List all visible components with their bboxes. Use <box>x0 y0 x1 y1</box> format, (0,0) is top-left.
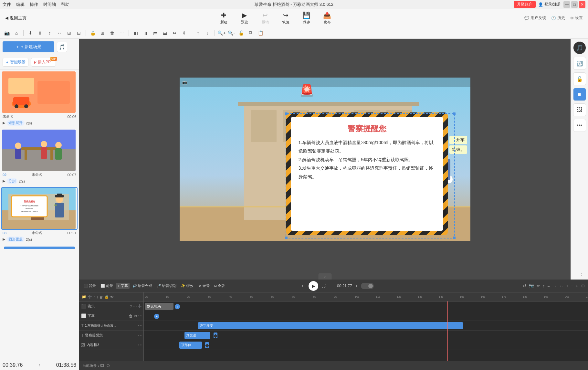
distribute-v-icon[interactable]: ⊞ <box>65 29 73 37</box>
clip-image[interactable]: 顶部伸 <box>179 342 202 349</box>
tl-stt-tab[interactable]: 🎤 语音识别 <box>155 283 178 289</box>
scene-thumb-3[interactable]: 警察提醒您 1.车辆驾驶人员血液中酒精含量 ≥80mg/100ml 2.醉酒驾驶… <box>1 187 78 230</box>
track-dot-2[interactable]: • <box>135 304 137 308</box>
login-button[interactable]: 👤 登录/注册 <box>538 2 561 7</box>
track-add[interactable]: ➕ <box>138 304 142 308</box>
feedback-button[interactable]: 💬 用户反馈 <box>524 15 546 21</box>
timeline-collapse-button[interactable]: ⌄ <box>318 273 331 280</box>
scene-canvas[interactable]: 🚨 警察提醒您 1.车辆驾驶人员血液中酒精含量≥80mg/100ml，即为醉酒驾… <box>180 78 470 241</box>
new-button[interactable]: ✚ 新建 <box>217 11 231 25</box>
delete-icon[interactable]: 🗑 <box>108 29 116 37</box>
clip-text2[interactable]: 渐变进 <box>184 332 210 339</box>
redo-button[interactable]: ↪ 恢复 <box>279 11 293 25</box>
upgrade-button[interactable]: 升级账户 <box>514 1 536 8</box>
align-center-h-icon[interactable]: ↔ <box>55 29 64 37</box>
paste-icon[interactable]: 📋 <box>256 29 265 37</box>
home-icon[interactable]: ⌂ <box>12 29 21 37</box>
track-dot-1[interactable]: • <box>133 304 135 308</box>
back-home-button[interactable]: ◀ 返回主页 <box>5 15 26 21</box>
history-button[interactable]: 🕐 历史 <box>551 15 565 21</box>
toggle-switch[interactable] <box>361 283 374 289</box>
maximize-button[interactable]: □ <box>571 1 578 8</box>
track-help-icon[interactable]: ? <box>130 304 132 309</box>
tl-tts-tab[interactable]: 🔊 语音合成 <box>131 283 154 289</box>
right-panel-image-btn[interactable]: 🖼 <box>573 103 586 116</box>
align-bottom-icon[interactable]: ⬇ <box>26 29 35 37</box>
backward-icon[interactable]: ↔ <box>559 283 564 289</box>
playhead[interactable] <box>447 301 448 361</box>
tl-overlay-tab[interactable]: ⧉ 叠版 <box>213 283 226 289</box>
list-icon[interactable]: ≡ <box>547 283 551 289</box>
zoom-plus-button[interactable]: + <box>355 283 359 289</box>
snapshot-icon[interactable]: 📷 <box>528 283 535 289</box>
fullscreen-play-button[interactable]: ⛶ <box>321 283 326 289</box>
right-panel-music-btn[interactable]: 🎵 <box>573 41 586 54</box>
clip-text1[interactable]: 逐字渐变 <box>198 322 463 329</box>
tl-fg-tab[interactable]: ⬜ 前景 <box>99 283 115 289</box>
menu-operate[interactable]: 操作 <box>30 2 38 7</box>
valign-bottom-icon[interactable]: ⬓ <box>161 29 169 37</box>
right-panel-lock-btn[interactable]: 🔓 <box>573 72 586 85</box>
tl-settings[interactable]: ○ <box>575 283 579 289</box>
t2-dot-2[interactable]: • <box>140 333 142 337</box>
settings-button[interactable]: ⚙ 设置 <box>570 15 583 21</box>
copy-icon[interactable]: ⧉ <box>247 29 255 37</box>
align-left-icon[interactable]: ◧ <box>131 29 140 37</box>
track-copy-icon[interactable]: ⧉ <box>134 314 137 318</box>
tl-zoom-out[interactable]: − <box>571 283 574 289</box>
align-center-v-icon[interactable]: ↕ <box>46 29 54 37</box>
img-dot-2[interactable]: • <box>140 343 142 347</box>
sub-dot-1[interactable]: • <box>138 314 140 318</box>
tl-add[interactable]: ⊕ <box>581 283 585 289</box>
lock2-icon[interactable]: 🔓 <box>237 29 245 37</box>
zoom-minus-button[interactable]: — <box>329 283 334 289</box>
right-panel-more-btn[interactable]: ••• <box>573 119 586 132</box>
loop-icon[interactable]: ↺ <box>522 283 527 289</box>
up-icon[interactable]: ↑ <box>542 283 546 289</box>
menu-timeline[interactable]: 时间轴 <box>43 2 56 7</box>
new-scene-button[interactable]: ＋ + 新建场景 <box>3 41 54 52</box>
camera-icon[interactable]: 📷 <box>3 29 11 37</box>
sub-dot-2[interactable]: • <box>140 314 142 318</box>
music-button[interactable]: 🎵 <box>57 42 67 52</box>
t1-dot-1[interactable]: • <box>138 324 140 327</box>
clip-add-marker[interactable]: + <box>175 304 180 309</box>
tl-zoom-in[interactable]: + <box>565 283 569 289</box>
img-dot-1[interactable]: • <box>138 343 140 347</box>
group-icon[interactable]: ⊞ <box>98 29 107 37</box>
play-button[interactable]: ▶ <box>309 281 318 291</box>
align-top-icon[interactable]: ⬆ <box>36 29 44 37</box>
subtitle-add-marker[interactable]: + <box>154 314 159 319</box>
preview-button[interactable]: ▶ 预览 <box>237 11 252 25</box>
align-right-icon[interactable]: ◨ <box>141 29 150 37</box>
save-button[interactable]: 💾 保存 <box>299 11 314 25</box>
menu-edit[interactable]: 编辑 <box>16 2 25 7</box>
close-button[interactable]: ✕ <box>579 1 585 8</box>
scene-thumb-2[interactable] <box>1 129 78 172</box>
zoom-in-icon[interactable]: 🔍+ <box>217 29 226 37</box>
minimize-button[interactable]: — <box>563 1 570 8</box>
forward-icon[interactable]: ↔ <box>552 283 557 289</box>
move-up-icon[interactable]: ↑ <box>194 29 202 37</box>
tl-bg-tab[interactable]: ⬛ 背景 <box>82 283 98 289</box>
t2-dot-1[interactable]: • <box>138 333 140 337</box>
menu-help[interactable]: 帮助 <box>61 2 69 7</box>
t1-dot-2[interactable]: • <box>140 324 142 327</box>
fullscreen-icon[interactable]: ⛶ <box>578 272 582 277</box>
move-down-icon[interactable]: ↓ <box>204 29 212 37</box>
tl-subtitle-tab[interactable]: T 字幕 <box>116 283 130 289</box>
flip-v-icon[interactable]: ⇕ <box>180 29 188 37</box>
flip-h-icon[interactable]: ⇔ <box>170 29 179 37</box>
lock-icon[interactable]: 🔒 <box>89 29 97 37</box>
valign-top-icon[interactable]: ⬒ <box>151 29 159 37</box>
publish-button[interactable]: 📤 发布 <box>320 11 334 25</box>
insert-ppt-tab[interactable]: P 插入PPT VIP <box>31 58 56 67</box>
right-panel-color-btn[interactable]: ■ <box>573 88 586 101</box>
zoom-out-icon[interactable]: 🔍- <box>227 29 236 37</box>
more-tools-icon[interactable]: ⋯ <box>118 29 126 37</box>
scene-thumb-1[interactable] <box>1 71 78 113</box>
clip-camera-default[interactable]: 默认镜头 <box>145 303 173 310</box>
ai-scene-tab[interactable]: ✦ 智能场景 <box>3 58 28 67</box>
tl-effects-tab[interactable]: ✨ 特效 <box>179 283 195 289</box>
right-panel-rotate-btn[interactable]: 🔃 <box>573 57 586 70</box>
